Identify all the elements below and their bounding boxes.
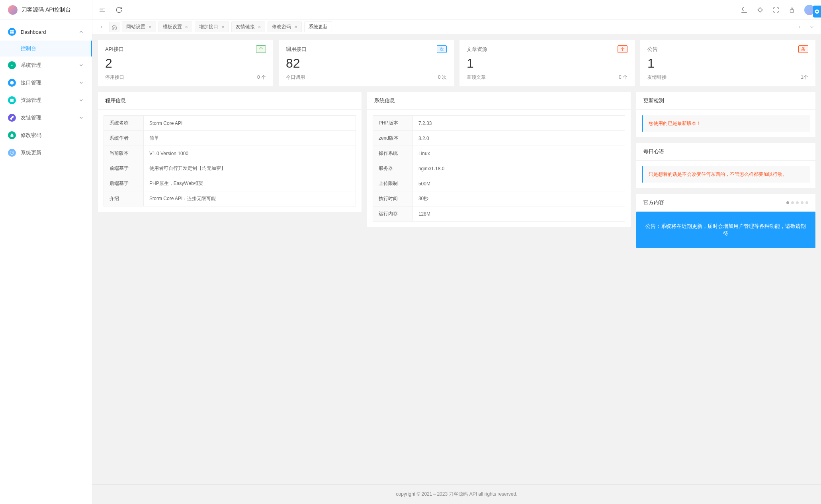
settings-drawer-toggle[interactable] <box>813 6 821 18</box>
lock-icon <box>8 131 16 139</box>
svg-rect-3 <box>11 135 14 137</box>
theme-icon[interactable] <box>741 6 748 14</box>
row-key: PHP版本 <box>373 116 412 131</box>
card-sub-value: 0 个 <box>619 74 627 81</box>
row-key: 操作系统 <box>373 146 412 161</box>
tabbar: 网站设置× 模板设置× 增加接口× 友情链接× 修改密码× 系统更新 <box>92 20 821 34</box>
dot[interactable] <box>796 201 799 204</box>
sidebar: 刀客源码 API控制台 Dashboard 控制台 系统管理 <box>0 0 92 504</box>
menu-toggle-icon[interactable] <box>99 6 106 14</box>
close-icon[interactable]: × <box>149 24 152 29</box>
chevron-down-icon <box>78 80 84 86</box>
row-key: 介绍 <box>104 191 144 206</box>
table-row: PHP版本7.2.33 <box>373 116 625 131</box>
fullscreen-icon[interactable] <box>772 6 780 14</box>
close-icon[interactable]: × <box>294 24 297 29</box>
sidebar-item-dashboard[interactable]: Dashboard <box>0 23 92 41</box>
row-key: 系统作者 <box>104 131 144 146</box>
row-value: 128M <box>412 206 625 222</box>
card-sub-label: 置顶文章 <box>467 74 486 81</box>
card-badge: 次 <box>437 45 447 53</box>
sidebar-item-console[interactable]: 控制台 <box>0 41 92 56</box>
dot[interactable] <box>791 201 794 204</box>
logo[interactable]: 刀客源码 API控制台 <box>0 0 92 20</box>
official-content-panel: 官方内容 公告：系统将在近期更新，届时会增加用户管理等各种功能，请敬请期待 <box>636 194 815 248</box>
svg-point-1 <box>10 81 14 85</box>
close-icon[interactable]: × <box>258 24 261 29</box>
tab-friend-links[interactable]: 友情链接× <box>231 21 266 32</box>
carousel-slide[interactable]: 公告：系统将在近期更新，届时会增加用户管理等各种功能，请敬请期待 <box>636 212 815 248</box>
table-row: 介绍Storm Core API：连接无限可能 <box>104 191 356 206</box>
stat-card: API接口个 2 停用接口0 个 <box>98 40 273 86</box>
card-title: API接口 <box>105 46 124 53</box>
header <box>92 0 821 20</box>
table-row: 系统作者简单 <box>104 131 356 146</box>
row-value: 简单 <box>144 131 356 146</box>
card-value: 1 <box>467 56 627 71</box>
row-key: 上传限制 <box>373 176 412 191</box>
row-key: zend版本 <box>373 131 412 146</box>
tab-menu[interactable] <box>807 22 817 32</box>
content: API接口个 2 停用接口0 个 调用接口次 82 今日调用0 次 文章资源个 … <box>92 34 821 484</box>
table-row: 系统名称Storm Core API <box>104 116 356 131</box>
sidebar-item-resource-manage[interactable]: 资源管理 <box>0 91 92 109</box>
row-value: 7.2.33 <box>412 116 625 131</box>
update-check-panel: 更新检测 您使用的已是最新版本！ <box>636 92 815 137</box>
close-icon[interactable]: × <box>185 24 188 29</box>
update-message: 您使用的已是最新版本！ <box>642 115 810 132</box>
row-value: Storm Core API：连接无限可能 <box>144 191 356 206</box>
tab-template-settings[interactable]: 模板设置× <box>158 21 193 32</box>
sidebar-item-system-update[interactable]: 系统更新 <box>0 144 92 162</box>
card-sub-label: 停用接口 <box>105 74 124 81</box>
card-value: 1 <box>647 56 808 71</box>
card-value: 2 <box>105 56 266 71</box>
row-value: V1.0 Version 1000 <box>144 146 356 161</box>
table-row: 当前版本V1.0 Version 1000 <box>104 146 356 161</box>
tab-site-settings[interactable]: 网站设置× <box>122 21 156 32</box>
lock-screen-icon[interactable] <box>788 6 796 14</box>
chevron-up-icon <box>78 29 84 35</box>
card-value: 82 <box>286 56 447 71</box>
row-key: 执行时间 <box>373 191 412 206</box>
dot[interactable] <box>786 201 789 204</box>
tab-change-password[interactable]: 修改密码× <box>268 21 302 32</box>
tab-home[interactable] <box>109 22 119 32</box>
stat-card: 调用接口次 82 今日调用0 次 <box>279 40 454 86</box>
row-key: 运行内存 <box>373 206 412 222</box>
table-row: 后端基于PHP原生，EasyWeb框架 <box>104 176 356 191</box>
quote-message: 只是想着的话是不会改变任何东西的，不管怎么样都要加以行动。 <box>642 166 810 183</box>
row-key: 系统名称 <box>104 116 144 131</box>
tab-add-api[interactable]: 增加接口× <box>195 21 229 32</box>
tab-prev[interactable] <box>96 22 107 32</box>
refresh-icon[interactable] <box>115 6 123 14</box>
row-value: Linux <box>412 146 625 161</box>
card-sub-value: 0 个 <box>257 74 266 81</box>
carousel-dots[interactable] <box>786 201 808 204</box>
card-sub-value: 1个 <box>801 74 808 81</box>
row-value: 30秒 <box>412 191 625 206</box>
close-icon[interactable]: × <box>221 24 225 29</box>
table-row: 上传限制500M <box>373 176 625 191</box>
footer: copyright © 2021～2023 刀客源码 API all right… <box>92 484 821 504</box>
card-title: 文章资源 <box>467 46 487 53</box>
sidebar-item-change-password[interactable]: 修改密码 <box>0 126 92 144</box>
table-row: zend版本3.2.0 <box>373 131 625 146</box>
panel-title: 系统信息 <box>367 92 631 110</box>
panel-title: 程序信息 <box>98 92 362 110</box>
row-value: 500M <box>412 176 625 191</box>
sidebar-item-link-manage[interactable]: 友链管理 <box>0 109 92 126</box>
note-icon[interactable] <box>756 6 764 14</box>
dot[interactable] <box>805 201 808 204</box>
resource-icon <box>8 96 16 104</box>
tab-next[interactable] <box>794 22 804 32</box>
table-row: 操作系统Linux <box>373 146 625 161</box>
sidebar-item-api-manage[interactable]: 接口管理 <box>0 74 92 91</box>
sidebar-item-system-manage[interactable]: 系统管理 <box>0 56 92 74</box>
nav: Dashboard 控制台 系统管理 接口管理 <box>0 20 92 504</box>
table-row: 服务器nginx/1.18.0 <box>373 161 625 176</box>
dot[interactable] <box>801 201 803 204</box>
stat-card: 公告条 1 友情链接1个 <box>640 40 815 86</box>
stat-card: 文章资源个 1 置顶文章0 个 <box>459 40 635 86</box>
svg-rect-5 <box>790 10 794 12</box>
tab-system-update[interactable]: 系统更新 <box>304 21 332 32</box>
